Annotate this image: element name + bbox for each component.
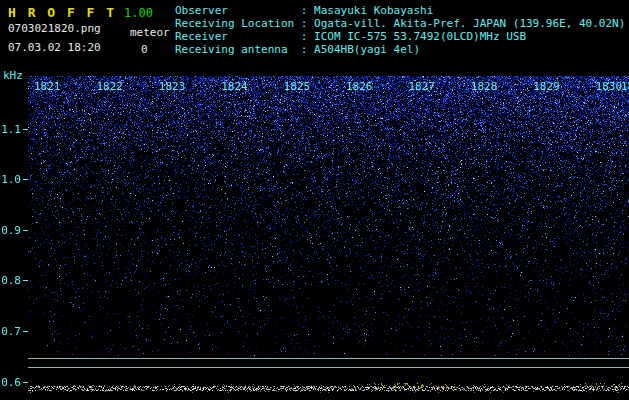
hrofft-screen: H R O F F T 1.00 0703021820.png meteor 0… [0, 0, 629, 400]
info-separator: : [301, 17, 314, 30]
info-label: Observer [175, 4, 301, 17]
info-label: Receiver [175, 30, 301, 43]
freq-tick-0.6: 0.6 [0, 375, 28, 389]
info-separator: : [301, 43, 314, 56]
khz-unit-label: kHz [3, 69, 23, 82]
timestamp: 07.03.02 18:20 [8, 41, 101, 54]
info-row: Receiver: ICOM IC-575 53.7492(0LCD)MHz U… [175, 30, 625, 43]
info-row: Receiving Location: Ogata-vill. Akita-Pr… [175, 17, 625, 30]
info-row: Receiving antenna: A504HB(yagi 4el) [175, 43, 625, 56]
freq-tick-label: 0.9 [1, 224, 21, 237]
freq-tick-label: 0.8 [1, 274, 21, 287]
freq-tick-0.7: 0.7 [0, 324, 28, 338]
echo-count: 0 [141, 43, 148, 56]
freq-tick-label: 0.7 [1, 325, 21, 338]
freq-tick-label: 1.1 [1, 123, 21, 136]
app-title: H R O F F T [8, 5, 116, 20]
activity-strip-canvas [28, 376, 629, 398]
header: H R O F F T 1.00 0703021820.png meteor 0… [0, 0, 629, 72]
freq-tick-1.1: 1.1 [0, 122, 28, 136]
info-separator: : [301, 4, 314, 17]
freq-tick-0.8: 0.8 [0, 274, 28, 288]
freq-tick-label: 1.0 [1, 173, 21, 186]
info-value: Masayuki Kobayashi [314, 4, 433, 17]
info-row: Observer: Masayuki Kobayashi [175, 4, 625, 17]
mode-label: meteor [130, 26, 170, 39]
app-version: 1.00 [124, 6, 153, 20]
freq-tick-label: 0.6 [1, 376, 21, 389]
info-value: Ogata-vill. Akita-Pref. JAPAN (139.96E, … [314, 17, 625, 30]
info-label: Receiving antenna [175, 43, 301, 56]
info-separator: : [301, 30, 314, 43]
info-value: A504HB(yagi 4el) [314, 43, 420, 56]
info-label: Receiving Location [175, 17, 301, 30]
reference-line-lower [28, 367, 629, 368]
freq-tick-0.9: 0.9 [0, 223, 28, 237]
info-block: Observer: Masayuki KobayashiReceiving Lo… [175, 4, 625, 56]
output-filename: 0703021820.png [8, 22, 101, 35]
spectrogram-canvas [28, 76, 629, 356]
freq-tick-1.0: 1.0 [0, 173, 28, 187]
info-value: ICOM IC-575 53.7492(0LCD)MHz USB [314, 30, 526, 43]
reference-line-upper [28, 358, 629, 359]
